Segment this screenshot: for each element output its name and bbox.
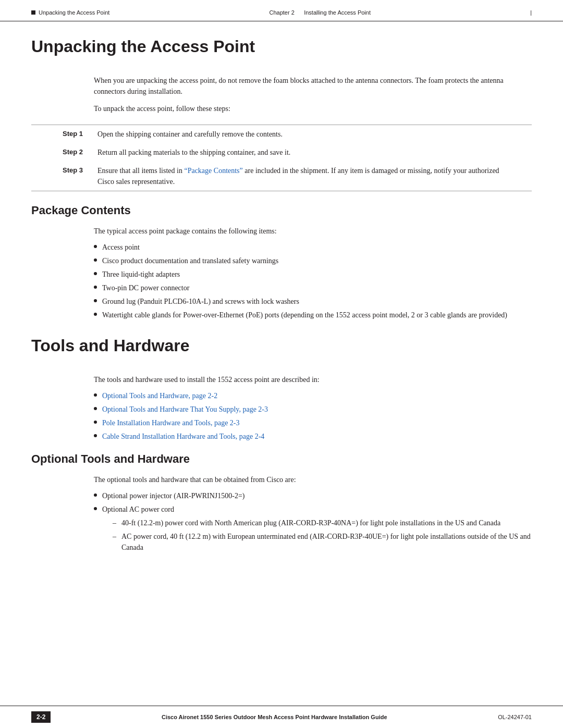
bullet-icon (94, 421, 97, 424)
tools-hardware-intro: The tools and hardware used to install t… (94, 374, 532, 385)
bullet-icon (94, 507, 97, 510)
list-item: Cable Strand Installation Hardware and T… (94, 431, 532, 442)
tools-link-1[interactable]: Optional Tools and Hardware, page 2-2 (102, 390, 217, 401)
bullet-icon (94, 299, 97, 302)
table-row: Step 3 Ensure that all items listed in “… (31, 162, 532, 191)
list-item: Cisco product documentation and translat… (94, 255, 532, 266)
bullet-icon (94, 493, 97, 497)
package-contents-heading: Package Contents (31, 204, 532, 217)
list-item: Optional Tools and Hardware That You Sup… (94, 404, 532, 415)
tools-link-2[interactable]: Optional Tools and Hardware That You Sup… (102, 404, 268, 415)
list-item-text: Ground lug (Panduit PLCD6-10A-L) and scr… (102, 296, 299, 307)
list-item: Watertight cable glands for Power-over-E… (94, 310, 532, 320)
intro-paragraph-2: To unpack the access point, follow these… (94, 103, 532, 114)
list-item: Pole Installation Hardware and Tools, pa… (94, 417, 532, 428)
list-item: – 40-ft (12.2-m) power cord with North A… (113, 517, 532, 528)
list-item: Three liquid-tight adapters (94, 269, 532, 280)
tools-hardware-major-heading: Tools and Hardware (31, 336, 532, 360)
list-item: Ground lug (Panduit PLCD6-10A-L) and scr… (94, 296, 532, 307)
header-section-label: Unpacking the Access Point (39, 9, 109, 16)
bullet-icon (94, 272, 97, 275)
step-3-label: Step 3 (31, 162, 90, 191)
intro-block: When you are unpacking the access point,… (94, 75, 532, 114)
optional-tools-heading: Optional Tools and Hardware (31, 452, 532, 466)
footer-page-number: 2-2 (31, 711, 51, 723)
page-wrapper: Unpacking the Access Point Chapter 2 Ins… (0, 0, 563, 728)
list-item-text: Optional AC power cord – 40-ft (12.2-m) … (102, 504, 532, 556)
tools-hardware-content: The tools and hardware used to install t… (94, 374, 532, 442)
step-1-text: Open the shipping container and carefull… (90, 125, 532, 144)
page-header: Unpacking the Access Point Chapter 2 Ins… (0, 0, 563, 21)
bullet-icon (94, 313, 97, 316)
footer-document-code: OL-24247-01 (498, 714, 532, 720)
sub-list-item-text: AC power cord, 40 ft (12.2 m) with Europ… (121, 531, 532, 553)
bullet-icon (94, 245, 97, 248)
list-item: Optional power injector (AIR-PWRINJ1500-… (94, 490, 532, 501)
list-item-text: Watertight cable glands for Power-over-E… (102, 310, 507, 320)
sub-list-item-text: 40-ft (12.2-m) power cord with North Ame… (121, 517, 500, 528)
bullet-icon (94, 434, 97, 437)
optional-tools-intro: The optional tools and hardware that can… (94, 474, 532, 485)
bullet-icon (94, 393, 97, 397)
main-content: Unpacking the Access Point When you are … (0, 21, 563, 597)
bullet-icon (94, 258, 97, 262)
list-item-text: Cisco product documentation and translat… (102, 255, 278, 266)
steps-table: Step 1 Open the shipping container and c… (31, 125, 532, 191)
header-right: | (530, 9, 532, 16)
list-item: – AC power cord, 40 ft (12.2 m) with Eur… (113, 531, 532, 553)
header-pipe: | (530, 9, 532, 16)
list-item-text: Access point (102, 242, 140, 253)
table-row: Step 2 Return all packing materials to t… (31, 143, 532, 162)
list-item: Optional Tools and Hardware, page 2-2 (94, 390, 532, 401)
sub-bullet-list: – 40-ft (12.2-m) power cord with North A… (113, 517, 532, 553)
step-1-label: Step 1 (31, 125, 90, 144)
step-3-text: Ensure that all items listed in “Package… (90, 162, 532, 191)
bullet-icon (94, 407, 97, 410)
intro-paragraph-1: When you are unpacking the access point,… (94, 75, 532, 97)
tools-hardware-list: Optional Tools and Hardware, page 2-2 Op… (94, 390, 532, 442)
header-bullet-icon (31, 10, 35, 15)
step-2-text: Return all packing materials to the ship… (90, 143, 532, 162)
optional-tools-section: Optional Tools and Hardware The optional… (31, 452, 532, 556)
package-contents-content: The typical access point package contain… (94, 226, 532, 320)
list-item: Optional AC power cord – 40-ft (12.2-m) … (94, 504, 532, 556)
page-title: Unpacking the Access Point (31, 37, 532, 60)
dash-icon: – (113, 517, 116, 528)
optional-tools-list: Optional power injector (AIR-PWRINJ1500-… (94, 490, 532, 556)
footer-document-title: Cisco Aironet 1550 Series Outdoor Mesh A… (162, 714, 387, 720)
list-item-text: Optional power injector (AIR-PWRINJ1500-… (102, 490, 244, 501)
package-contents-list: Access point Cisco product documentation… (94, 242, 532, 320)
optional-tools-content: The optional tools and hardware that can… (94, 474, 532, 556)
list-item: Access point (94, 242, 532, 253)
list-item-text: Three liquid-tight adapters (102, 269, 180, 280)
page-footer: 2-2 Cisco Aironet 1550 Series Outdoor Me… (0, 706, 563, 728)
dash-icon: – (113, 531, 116, 542)
package-contents-link[interactable]: “Package Contents” (184, 167, 242, 175)
step-2-label: Step 2 (31, 143, 90, 162)
header-chapter-title: Installing the Access Point (304, 9, 371, 16)
header-chapter-label: Chapter 2 (270, 9, 295, 16)
list-item-text: Two-pin DC power connector (102, 282, 189, 293)
table-row: Step 1 Open the shipping container and c… (31, 125, 532, 144)
bullet-icon (94, 286, 97, 289)
list-item: Two-pin DC power connector (94, 282, 532, 293)
tools-link-3[interactable]: Pole Installation Hardware and Tools, pa… (102, 417, 240, 428)
tools-link-4[interactable]: Cable Strand Installation Hardware and T… (102, 431, 264, 442)
package-contents-section: Package Contents The typical access poin… (31, 204, 532, 320)
header-left: Unpacking the Access Point (31, 9, 109, 16)
package-contents-intro: The typical access point package contain… (94, 226, 532, 237)
header-center: Chapter 2 Installing the Access Point (270, 9, 371, 16)
